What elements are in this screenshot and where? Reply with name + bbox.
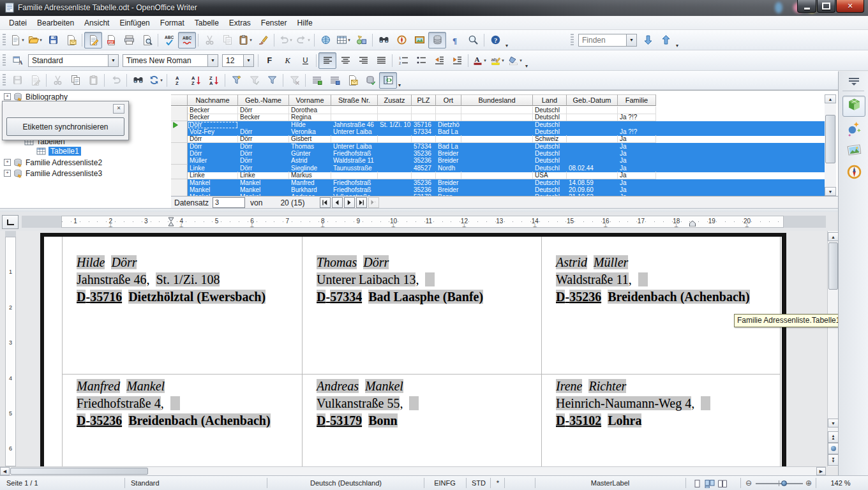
row-header[interactable] xyxy=(171,107,188,114)
table-row[interactable]: DörrDörrGünterFriedhofstraß35236BreiderD… xyxy=(188,150,825,158)
menu-datei[interactable]: Datei xyxy=(4,17,32,29)
table-cell[interactable]: Dörr xyxy=(238,150,289,158)
row-header[interactable] xyxy=(171,157,188,165)
previous-record-button[interactable] xyxy=(332,197,343,208)
table-cell[interactable]: Deutschl xyxy=(533,107,567,114)
document-as-email-button[interactable] xyxy=(62,32,80,48)
sidebar-tab-properties[interactable] xyxy=(842,96,865,117)
tree-item-familie-adressenliste2[interactable]: +Familie Adressenliste2 xyxy=(4,158,102,167)
table-cell[interactable] xyxy=(378,157,412,165)
table-cell[interactable] xyxy=(331,107,378,114)
tree-item-familie-adressenliste3[interactable]: +Familie Adressenliste3 xyxy=(4,168,102,178)
row-header[interactable] xyxy=(171,172,188,179)
row-header[interactable] xyxy=(171,114,188,121)
table-cell[interactable] xyxy=(378,150,412,158)
table-cell[interactable]: Mankel xyxy=(238,179,289,187)
table-cell[interactable] xyxy=(436,114,461,121)
menu-tabelle[interactable]: Tabelle xyxy=(190,17,224,29)
sidebar-tab-styles[interactable] xyxy=(842,119,865,140)
table-cell[interactable] xyxy=(378,179,412,187)
table-cell[interactable] xyxy=(461,128,533,136)
dialog-close-button[interactable]: ✕ xyxy=(113,104,124,114)
formatting-marks-button[interactable]: ¶ xyxy=(446,32,464,48)
tree-expander-icon[interactable]: + xyxy=(4,170,11,177)
table-cell[interactable] xyxy=(461,165,533,172)
table-cell[interactable]: Ja xyxy=(618,143,656,151)
table-cell[interactable]: 35716 xyxy=(412,121,436,129)
chevron-down-icon[interactable]: ▼ xyxy=(243,55,253,66)
table-cell[interactable]: Nordh xyxy=(436,165,461,172)
table-row[interactable]: LinkeLinkeMarkusUSAJa xyxy=(188,172,825,179)
scroll-right-icon[interactable]: ▶ xyxy=(816,467,826,475)
table-cell[interactable] xyxy=(378,172,412,179)
table-cell[interactable] xyxy=(378,186,412,194)
table-row[interactable]: Volz-FeyDörrVeronikaUnterer Laiba57334Ba… xyxy=(188,128,825,136)
sort-ascending-button[interactable]: AZ xyxy=(187,72,205,89)
indent-decrease-button[interactable] xyxy=(430,52,448,69)
indent-increase-button[interactable] xyxy=(448,52,466,69)
table-cell[interactable] xyxy=(378,107,412,114)
table-cell[interactable]: Hilde xyxy=(289,121,331,129)
font-color-button[interactable]: A▾ xyxy=(470,52,488,69)
table-cell[interactable]: Breider xyxy=(436,179,461,187)
table-cell[interactable] xyxy=(412,172,436,179)
column-header-bundesland[interactable]: Bundesland xyxy=(461,94,533,106)
toolbar-grip[interactable] xyxy=(3,34,6,47)
table-cell[interactable] xyxy=(567,143,618,151)
record-number-input[interactable]: 3 xyxy=(213,197,245,208)
table-cell[interactable]: Taunusstraße xyxy=(331,165,378,172)
zoom-in-icon[interactable]: ⊕ xyxy=(805,479,812,487)
column-header-vorname[interactable]: Vorname xyxy=(289,94,331,106)
horizontal-ruler[interactable]: 1234567891011121314151617181920⊥⊥⊥⊥⊥⊥⊥⊥⊥… xyxy=(22,216,826,228)
table-cell[interactable]: Mankel xyxy=(188,186,238,194)
highlighting-button[interactable]: ab▾ xyxy=(488,52,506,69)
table-row[interactable]: LinkeDörrSieglindeTaunusstraße48527Nordh… xyxy=(188,165,825,172)
table-cell[interactable]: Breider xyxy=(436,150,461,158)
table-cell[interactable]: USA xyxy=(533,172,567,179)
bold-button[interactable]: F xyxy=(260,52,278,69)
table-cell[interactable] xyxy=(436,107,461,114)
address-label[interactable]: Andreas MankelVulkanstraße 55, D-53179 B… xyxy=(317,378,541,429)
table-cell[interactable]: Bad La xyxy=(436,143,461,151)
table-cell[interactable] xyxy=(378,135,412,143)
table-cell[interactable]: Friedhofstraß xyxy=(331,186,378,194)
table-cell[interactable] xyxy=(412,114,436,121)
row-header[interactable] xyxy=(171,135,188,143)
find-record-button[interactable] xyxy=(129,72,147,89)
column-header-geb-datum[interactable]: Geb.-Datum xyxy=(567,94,618,106)
table-cell[interactable]: Deutschl xyxy=(533,179,567,187)
column-header-land[interactable]: Land xyxy=(533,94,567,106)
sidebar-tab-navigator[interactable] xyxy=(842,162,865,183)
font-name-combobox[interactable]: Times New Roman ▼ xyxy=(123,54,218,67)
table-cell[interactable]: Dörr xyxy=(238,143,289,151)
language-indicator[interactable]: Deutsch (Deutschland) xyxy=(268,479,424,487)
table-row[interactable]: BeckerBeckerReginaDeutschlJa ?!? xyxy=(188,114,825,121)
document-vertical-scrollbar[interactable]: ▲ ▼ ▲▲ ▼▼ xyxy=(827,231,838,466)
table-cell[interactable]: Dörr xyxy=(238,107,289,114)
table-cell[interactable] xyxy=(461,114,533,121)
previous-page-button[interactable]: ▲▲ xyxy=(828,431,838,443)
data-to-fields-button[interactable] xyxy=(326,72,343,89)
table-cell[interactable]: Deutschl xyxy=(533,121,567,129)
table-cell[interactable] xyxy=(461,121,533,129)
sort-button[interactable]: AZ xyxy=(169,72,187,89)
data-sources-button[interactable] xyxy=(428,32,446,48)
table-cell[interactable]: Deutschl xyxy=(533,186,567,194)
table-cell[interactable] xyxy=(461,157,533,165)
styles-window-button[interactable]: A xyxy=(8,52,26,69)
zoom-button[interactable] xyxy=(464,32,482,48)
table-cell[interactable]: Gisbert xyxy=(289,135,331,143)
table-cell[interactable] xyxy=(567,107,618,114)
table-cell[interactable]: Thomas xyxy=(289,143,331,151)
address-label[interactable]: Irene RichterHeinrich-Naumann-Weg 4, D-3… xyxy=(556,378,781,429)
table-cell[interactable]: Deutschl xyxy=(533,114,567,121)
table-cell[interactable]: Regina xyxy=(289,114,331,121)
chevron-down-icon[interactable]: ▼ xyxy=(108,55,118,66)
export-pdf-button[interactable]: PDF xyxy=(102,32,120,48)
menu-einfügen[interactable]: Einfügen xyxy=(114,17,154,29)
grid-corner-header[interactable] xyxy=(171,94,188,106)
font-size-combobox[interactable]: 12 ▼ xyxy=(222,54,254,67)
table-cell[interactable] xyxy=(331,172,378,179)
menu-extras[interactable]: Extras xyxy=(224,17,256,29)
synchronize-labels-button[interactable]: Etiketten synchronisieren xyxy=(6,117,124,136)
